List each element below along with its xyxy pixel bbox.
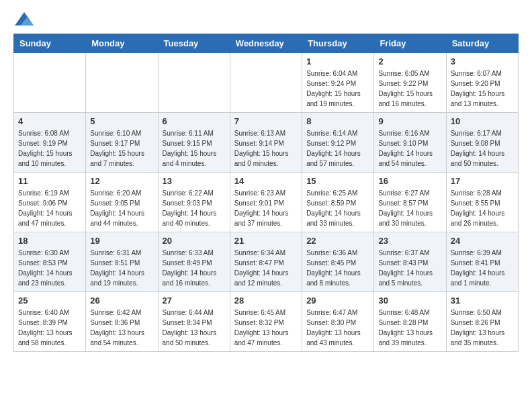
- day-number: 6: [163, 116, 226, 126]
- calendar-cell: 19Sunrise: 6:31 AMSunset: 8:51 PMDayligh…: [86, 232, 158, 292]
- calendar-cell: 17Sunrise: 6:28 AMSunset: 8:55 PMDayligh…: [446, 173, 518, 232]
- calendar-cell: 12Sunrise: 6:20 AMSunset: 9:05 PMDayligh…: [86, 173, 158, 232]
- calendar-table: SundayMondayTuesdayWednesdayThursdayFrid…: [13, 34, 519, 352]
- calendar-cell: 30Sunrise: 6:48 AMSunset: 8:28 PMDayligh…: [374, 292, 446, 352]
- day-number: 22: [306, 236, 369, 246]
- calendar-cell: [14, 53, 86, 113]
- calendar-cell: 6Sunrise: 6:11 AMSunset: 9:15 PMDaylight…: [158, 113, 230, 173]
- day-number: 25: [18, 295, 81, 306]
- calendar-cell: 4Sunrise: 6:08 AMSunset: 9:19 PMDaylight…: [14, 113, 86, 173]
- calendar-cell: 25Sunrise: 6:40 AMSunset: 8:39 PMDayligh…: [14, 292, 86, 352]
- calendar-cell: 20Sunrise: 6:33 AMSunset: 8:49 PMDayligh…: [158, 232, 230, 292]
- calendar-week-row: 25Sunrise: 6:40 AMSunset: 8:39 PMDayligh…: [14, 292, 519, 352]
- day-info: Sunrise: 6:08 AMSunset: 9:19 PMDaylight:…: [18, 128, 81, 169]
- day-info: Sunrise: 6:47 AMSunset: 8:30 PMDaylight:…: [306, 308, 369, 348]
- weekday-header: Thursday: [302, 34, 374, 53]
- day-info: Sunrise: 6:10 AMSunset: 9:17 PMDaylight:…: [90, 128, 153, 169]
- day-number: 24: [451, 236, 514, 246]
- day-number: 11: [18, 176, 81, 186]
- day-info: Sunrise: 6:11 AMSunset: 9:15 PMDaylight:…: [163, 128, 226, 169]
- day-info: Sunrise: 6:45 AMSunset: 8:32 PMDaylight:…: [234, 308, 298, 348]
- day-info: Sunrise: 6:37 AMSunset: 8:43 PMDaylight:…: [378, 248, 441, 288]
- calendar-week-row: 11Sunrise: 6:19 AMSunset: 9:06 PMDayligh…: [14, 173, 519, 232]
- calendar-cell: 8Sunrise: 6:14 AMSunset: 9:12 PMDaylight…: [302, 113, 374, 173]
- calendar-cell: 28Sunrise: 6:45 AMSunset: 8:32 PMDayligh…: [230, 292, 302, 352]
- day-info: Sunrise: 6:48 AMSunset: 8:28 PMDaylight:…: [378, 308, 441, 348]
- day-info: Sunrise: 6:05 AMSunset: 9:22 PMDaylight:…: [378, 68, 441, 109]
- calendar-cell: 1Sunrise: 6:04 AMSunset: 9:24 PMDaylight…: [302, 53, 374, 113]
- day-info: Sunrise: 6:39 AMSunset: 8:41 PMDaylight:…: [451, 248, 514, 288]
- day-info: Sunrise: 6:28 AMSunset: 8:55 PMDaylight:…: [451, 188, 514, 228]
- day-info: Sunrise: 6:20 AMSunset: 9:05 PMDaylight:…: [90, 188, 153, 228]
- calendar-cell: [230, 53, 302, 113]
- calendar-cell: 5Sunrise: 6:10 AMSunset: 9:17 PMDaylight…: [86, 113, 158, 173]
- day-number: 16: [378, 176, 441, 186]
- weekday-header: Monday: [86, 34, 158, 53]
- day-number: 30: [378, 295, 441, 306]
- calendar-cell: 11Sunrise: 6:19 AMSunset: 9:06 PMDayligh…: [14, 173, 86, 232]
- calendar-week-row: 1Sunrise: 6:04 AMSunset: 9:24 PMDaylight…: [14, 53, 519, 113]
- day-number: 17: [451, 176, 514, 186]
- weekday-header: Saturday: [446, 34, 518, 53]
- day-number: 26: [90, 295, 153, 306]
- day-number: 7: [234, 116, 298, 126]
- calendar-week-row: 4Sunrise: 6:08 AMSunset: 9:19 PMDaylight…: [14, 113, 519, 173]
- day-number: 8: [306, 116, 369, 126]
- day-number: 23: [378, 236, 441, 246]
- day-number: 2: [378, 56, 441, 66]
- day-number: 28: [234, 295, 298, 306]
- day-number: 20: [163, 236, 226, 246]
- calendar-cell: [86, 53, 158, 113]
- day-number: 15: [306, 176, 369, 186]
- day-info: Sunrise: 6:23 AMSunset: 9:01 PMDaylight:…: [234, 188, 298, 228]
- calendar-header-row: SundayMondayTuesdayWednesdayThursdayFrid…: [14, 34, 519, 53]
- day-info: Sunrise: 6:25 AMSunset: 8:59 PMDaylight:…: [306, 188, 369, 228]
- day-info: Sunrise: 6:33 AMSunset: 8:49 PMDaylight:…: [163, 248, 226, 288]
- calendar-cell: 24Sunrise: 6:39 AMSunset: 8:41 PMDayligh…: [446, 232, 518, 292]
- day-number: 13: [163, 176, 226, 186]
- day-info: Sunrise: 6:31 AMSunset: 8:51 PMDaylight:…: [90, 248, 153, 288]
- calendar-cell: 27Sunrise: 6:44 AMSunset: 8:34 PMDayligh…: [158, 292, 230, 352]
- day-number: 10: [451, 116, 514, 126]
- day-info: Sunrise: 6:34 AMSunset: 8:47 PMDaylight:…: [234, 248, 298, 288]
- day-number: 3: [451, 56, 514, 66]
- day-info: Sunrise: 6:07 AMSunset: 9:20 PMDaylight:…: [451, 68, 514, 109]
- calendar-cell: 23Sunrise: 6:37 AMSunset: 8:43 PMDayligh…: [374, 232, 446, 292]
- weekday-header: Wednesday: [230, 34, 302, 53]
- day-info: Sunrise: 6:14 AMSunset: 9:12 PMDaylight:…: [306, 128, 369, 169]
- weekday-header: Tuesday: [158, 34, 230, 53]
- day-number: 14: [234, 176, 298, 186]
- calendar-cell: 22Sunrise: 6:36 AMSunset: 8:45 PMDayligh…: [302, 232, 374, 292]
- day-number: 31: [451, 295, 514, 306]
- calendar-cell: 15Sunrise: 6:25 AMSunset: 8:59 PMDayligh…: [302, 173, 374, 232]
- calendar-cell: 2Sunrise: 6:05 AMSunset: 9:22 PMDaylight…: [374, 53, 446, 113]
- day-number: 4: [18, 116, 81, 126]
- weekday-header: Sunday: [14, 34, 86, 53]
- day-info: Sunrise: 6:27 AMSunset: 8:57 PMDaylight:…: [378, 188, 441, 228]
- calendar-cell: 13Sunrise: 6:22 AMSunset: 9:03 PMDayligh…: [158, 173, 230, 232]
- day-number: 29: [306, 295, 369, 306]
- day-info: Sunrise: 6:04 AMSunset: 9:24 PMDaylight:…: [306, 68, 369, 109]
- day-info: Sunrise: 6:30 AMSunset: 8:53 PMDaylight:…: [18, 248, 81, 288]
- calendar-cell: 10Sunrise: 6:17 AMSunset: 9:08 PMDayligh…: [446, 113, 518, 173]
- day-info: Sunrise: 6:40 AMSunset: 8:39 PMDaylight:…: [18, 308, 81, 348]
- logo: [13, 13, 34, 27]
- calendar-cell: 14Sunrise: 6:23 AMSunset: 9:01 PMDayligh…: [230, 173, 302, 232]
- calendar-cell: 3Sunrise: 6:07 AMSunset: 9:20 PMDaylight…: [446, 53, 518, 113]
- day-info: Sunrise: 6:16 AMSunset: 9:10 PMDaylight:…: [378, 128, 441, 169]
- day-number: 18: [18, 236, 81, 246]
- day-number: 5: [90, 116, 153, 126]
- page-header: [13, 13, 519, 27]
- calendar-cell: 26Sunrise: 6:42 AMSunset: 8:36 PMDayligh…: [86, 292, 158, 352]
- day-number: 9: [378, 116, 441, 126]
- logo-icon: [15, 12, 34, 26]
- day-info: Sunrise: 6:19 AMSunset: 9:06 PMDaylight:…: [18, 188, 81, 228]
- calendar-week-row: 18Sunrise: 6:30 AMSunset: 8:53 PMDayligh…: [14, 232, 519, 292]
- day-number: 27: [163, 295, 226, 306]
- day-number: 1: [306, 56, 369, 66]
- calendar-cell: 9Sunrise: 6:16 AMSunset: 9:10 PMDaylight…: [374, 113, 446, 173]
- calendar-cell: 29Sunrise: 6:47 AMSunset: 8:30 PMDayligh…: [302, 292, 374, 352]
- weekday-header: Friday: [374, 34, 446, 53]
- day-info: Sunrise: 6:50 AMSunset: 8:26 PMDaylight:…: [451, 308, 514, 348]
- calendar-cell: 21Sunrise: 6:34 AMSunset: 8:47 PMDayligh…: [230, 232, 302, 292]
